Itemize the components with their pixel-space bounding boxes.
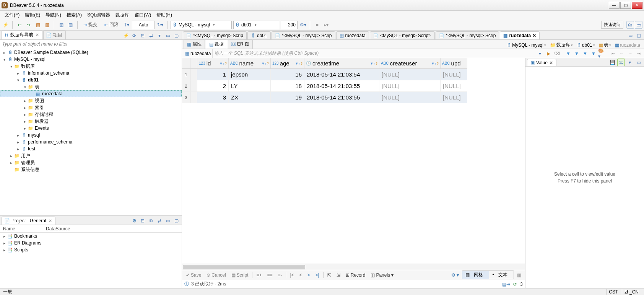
rowlimit-input[interactable]: 200 [281, 21, 298, 29]
filter-icon-3[interactable]: ▼ [581, 50, 589, 57]
project-tree[interactable]: ▸📑Bookmarks ▸📑ER Diagrams ▸📑Scripts [0, 233, 182, 288]
col-datasource[interactable]: DataSource [43, 226, 86, 231]
filter-apply-icon[interactable]: ▶ [545, 50, 552, 57]
sql-editor-icon[interactable]: ▧ [57, 21, 65, 29]
sql-script-icon[interactable]: ▥ [43, 21, 51, 29]
nav-left-icon[interactable]: ← [618, 50, 626, 57]
copy-sql-icon[interactable]: ▤⇥ [502, 282, 510, 287]
proj-er-diagrams[interactable]: ▸📑ER Diagrams [0, 240, 182, 246]
col-id[interactable]: 123id▼↑? [197, 58, 229, 69]
grid-sel-header[interactable] [190, 58, 197, 69]
tree-node-admins[interactable]: ▸📁管理员 [0, 159, 182, 166]
filter-table-label[interactable]: ruozedata [184, 49, 213, 58]
cell[interactable]: [NULL] [441, 92, 467, 103]
nav-link-icon[interactable]: ⇄ [147, 32, 155, 39]
tree-node-triggers[interactable]: ▸📁触发器 [0, 118, 182, 125]
col-name[interactable]: Name [0, 226, 43, 231]
maximize-button[interactable]: ▢ [620, 2, 631, 9]
back-icon[interactable]: ↩ [16, 21, 23, 29]
import-icon[interactable]: ⇲ [335, 272, 342, 279]
col-name[interactable]: ABCname▼↑? [229, 58, 271, 69]
crumb-tables[interactable]: ▦表▾ [597, 41, 613, 49]
export-icon[interactable]: ⇱ [326, 272, 333, 279]
tree-node-ruozedata[interactable]: ▦ruozedata [0, 90, 182, 97]
autocommit-combo[interactable]: Auto [132, 21, 155, 29]
tree-node-indexes[interactable]: ▸📁索引 [0, 104, 182, 111]
record-button[interactable]: ⊞ Record [344, 272, 367, 279]
editor-min-icon[interactable]: ▭ [626, 32, 634, 39]
tree-node-db01[interactable]: ▾🛢db01 [0, 77, 182, 83]
grid-corner[interactable] [182, 58, 190, 69]
tab-project-general[interactable]: 📄Project - General✕ [2, 217, 55, 225]
nav-menu-icon[interactable]: ▾ [156, 32, 163, 39]
tree-node-events[interactable]: ▸📁Events [0, 125, 182, 132]
first-page-icon[interactable]: |< [288, 272, 295, 279]
close-icon[interactable]: ✕ [532, 33, 536, 38]
data-grid[interactable]: 123id▼↑? ABCname▼↑? 123age▼↑? 🕒createtim… [182, 58, 525, 103]
nav-right-icon[interactable]: → [626, 50, 634, 57]
tree-node-performance-schema[interactable]: ▸🛢performance_schema [0, 139, 182, 145]
cell[interactable]: 19 [271, 92, 304, 103]
nav-refresh-icon[interactable]: ⟳ [130, 32, 138, 39]
filter-clear-icon[interactable]: ⌫ [553, 50, 561, 57]
proj-scripts[interactable]: ▸📑Scripts [0, 246, 182, 253]
scrollbar-thumb[interactable] [183, 265, 305, 269]
tab-projects[interactable]: 📄项目 [43, 30, 66, 39]
nav-add-icon[interactable]: ⚡ [122, 32, 130, 39]
editor-tab-2[interactable]: 🛢db01 [247, 31, 271, 39]
subtab-data[interactable]: ▤数据 [206, 39, 227, 49]
script-button[interactable]: ▤ Script [230, 272, 250, 279]
subtab-er[interactable]: ⿴ER 图 [228, 39, 253, 49]
history-icon[interactable]: ↻▾ [156, 21, 164, 29]
tx-dropdown-icon[interactable]: T▾ [123, 21, 130, 29]
cell[interactable]: 2018-05-14 21:03:55 [304, 92, 379, 103]
tree-node-views[interactable]: ▸📁视图 [0, 97, 182, 104]
tab-database-navigator[interactable]: 🛢数据库导航✕ [2, 30, 42, 39]
database-tree[interactable]: ▸🛢DBeaver Sample Database (SQLite) ▾🛢MyS… [0, 48, 182, 215]
cell[interactable]: 1 [197, 69, 229, 80]
minimize-button[interactable]: — [609, 2, 620, 9]
rownum[interactable]: 2 [182, 80, 190, 92]
database-combo[interactable]: 🛢db01▾ [233, 21, 279, 29]
row-select[interactable] [190, 92, 197, 103]
filter-icon-4[interactable]: ▼ [590, 50, 597, 57]
nav-max-icon[interactable]: ▢ [172, 32, 180, 39]
save-button[interactable]: ✔ Save [184, 272, 203, 279]
proj-collapse-icon[interactable]: ⊟ [139, 217, 146, 225]
row-select[interactable] [190, 80, 197, 92]
close-icon[interactable]: ✕ [49, 218, 52, 223]
view-mode-grid[interactable]: ▦ 网格 [462, 271, 489, 279]
tree-node-sysinfo[interactable]: 📁系统信息 [0, 166, 182, 173]
col-createuser[interactable]: ABCcreateuser▼↑? [379, 58, 441, 69]
value-autoapply-icon[interactable]: ⇆ [617, 59, 625, 66]
forward-icon[interactable]: ↪ [25, 21, 33, 29]
cell[interactable]: LY [229, 80, 271, 92]
last-page-icon[interactable]: >| [314, 272, 321, 279]
menu-navigate[interactable]: 导航(N) [43, 11, 63, 19]
cell[interactable]: [NULL] [441, 69, 467, 80]
close-icon[interactable]: ✕ [36, 33, 39, 37]
nav-left-end-icon[interactable]: ⇤ [610, 50, 617, 57]
cancel-button[interactable]: ⊘ Cancel [205, 272, 227, 279]
quick-access[interactable]: 快速访问 [601, 21, 623, 29]
menu-sqleditor[interactable]: SQL编辑器 [85, 11, 112, 19]
proj-gear-icon[interactable]: ⚙ [130, 217, 138, 225]
filter-hist-icon[interactable]: ▾ [536, 50, 544, 57]
crumb-ruozedata[interactable]: ruozedata [613, 42, 642, 48]
rownum[interactable]: 3 [182, 92, 190, 103]
menu-help[interactable]: 帮助(H) [154, 11, 174, 19]
proj-copy-icon[interactable]: ⧉ [147, 217, 155, 225]
nav-right-end-icon[interactable]: ⇥ [635, 50, 642, 57]
connection-combo[interactable]: 🛢MySQL - mysql▾ [171, 21, 232, 29]
cell[interactable]: ZX [229, 92, 271, 103]
tree-node-mysql-db[interactable]: ▸🛢mysql [0, 132, 182, 139]
view-mode-toggle[interactable]: ▦ 网格 • 文本 [462, 271, 514, 279]
nav-filter-input[interactable] [0, 40, 182, 48]
crumb-db01[interactable]: 🛢db01▾ [575, 42, 597, 48]
menu-file[interactable]: 文件(F) [2, 11, 22, 19]
tree-node-databases[interactable]: ▾📁数据库 [0, 63, 182, 70]
menu-edit[interactable]: 编辑(E) [23, 11, 42, 19]
menu-database[interactable]: 数据库 [113, 11, 132, 19]
refresh-icon[interactable]: ⟳ [513, 282, 517, 287]
gear-icon[interactable]: ⚙ ▾ [450, 272, 460, 279]
